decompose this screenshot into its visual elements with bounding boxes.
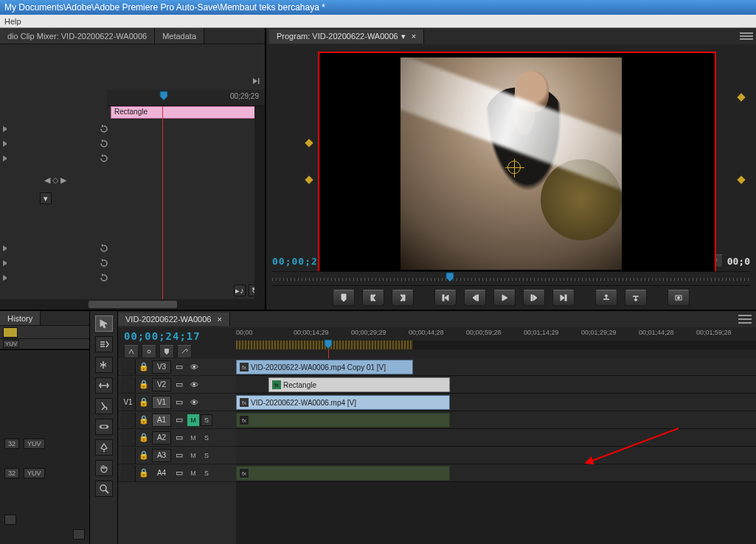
lock-icon[interactable]: 🔒	[137, 414, 150, 427]
go-to-out-button[interactable]	[552, 290, 575, 306]
slip-tool[interactable]	[95, 419, 113, 435]
toggle-output-icon[interactable]: ▭	[173, 449, 186, 462]
mute-button[interactable]: M	[187, 414, 199, 426]
export-frame-button[interactable]	[667, 290, 690, 306]
fx-badge[interactable]: fx	[240, 469, 249, 478]
effect-v-scrollbar[interactable]	[254, 106, 265, 299]
eye-icon[interactable]: 👁	[187, 378, 201, 391]
panel-menu-icon[interactable]	[740, 31, 753, 41]
track-header-v1[interactable]: V1 🔒 V1 ▭ 👁	[118, 394, 236, 411]
preset-icon[interactable]	[3, 327, 18, 338]
lock-icon[interactable]: 🔒	[137, 431, 150, 444]
track-label[interactable]: V3	[152, 360, 171, 374]
timeline-timecode[interactable]: 00;00;24;17	[124, 330, 230, 342]
playhead-jump-icon[interactable]	[252, 77, 260, 87]
go-to-in-button[interactable]	[434, 290, 457, 306]
eye-icon[interactable]: 👁	[187, 360, 201, 374]
track-header-a3[interactable]: 🔒 A3 ▭ M S	[118, 447, 236, 464]
effect-playhead-line[interactable]	[162, 106, 163, 299]
clip-v1[interactable]: fx VID-20200622-WA0006.mp4 [V]	[236, 395, 450, 410]
razor-tool[interactable]	[95, 398, 113, 414]
effect-ruler[interactable]: 00;29;29	[107, 90, 265, 106]
tab-metadata[interactable]: Metadata	[155, 28, 204, 43]
eye-icon[interactable]: 👁	[187, 396, 201, 409]
tab-program-monitor[interactable]: Program: VID-20200622-WA0006 ▾ ×	[269, 29, 424, 43]
toggle-output-icon[interactable]: ▭	[173, 360, 186, 374]
lock-icon[interactable]: 🔒	[137, 378, 150, 391]
timeline-sequence-tab[interactable]: VID-20200622-WA0006 ×	[118, 313, 230, 326]
mark-out-button[interactable]	[392, 290, 414, 306]
play-button[interactable]	[493, 290, 516, 306]
toggle-output-icon[interactable]: ▭	[173, 378, 186, 391]
twisty-icon[interactable]	[3, 275, 9, 281]
fx-badge[interactable]: fx	[272, 380, 281, 389]
keyframe-nav[interactable]: ◀ ◇ ▶	[44, 175, 66, 185]
toggle-animation-icon[interactable]: ▸♪	[234, 285, 246, 296]
track-header-a1[interactable]: 🔒 A1 ▭ M S	[118, 411, 236, 429]
lock-icon[interactable]: 🔒	[137, 467, 150, 480]
snap-toggle-button[interactable]	[124, 345, 139, 358]
lock-icon[interactable]: 🔒	[137, 449, 150, 462]
safe-margin-handle-icon[interactable]	[306, 177, 313, 184]
track-header-v2[interactable]: 🔒 V2 ▭ 👁	[118, 376, 236, 394]
toggle-output-icon[interactable]: ▭	[173, 431, 186, 444]
folder-icon[interactable]	[4, 515, 16, 525]
ripple-edit-tool[interactable]	[95, 357, 113, 373]
dropdown-button[interactable]: ▾	[40, 192, 52, 204]
toggle-output-icon[interactable]: ▭	[173, 414, 186, 427]
track-header-v3[interactable]: 🔒 V3 ▭ 👁	[118, 358, 236, 376]
reset-icon[interactable]	[99, 273, 109, 283]
mark-in-button[interactable]	[362, 290, 384, 306]
safe-margin-handle-icon[interactable]	[738, 94, 746, 102]
solo-button[interactable]: S	[201, 467, 212, 479]
track-label[interactable]: A4	[152, 467, 171, 480]
reset-icon[interactable]	[99, 243, 109, 254]
rate-stretch-tool[interactable]	[95, 377, 113, 394]
track-label[interactable]: A3	[152, 449, 171, 462]
source-patch-v1[interactable]: V1	[121, 394, 136, 411]
extract-button[interactable]	[625, 290, 647, 306]
track-label[interactable]: A1	[152, 414, 171, 427]
add-marker-button[interactable]	[159, 345, 174, 358]
twisty-icon[interactable]	[3, 245, 9, 251]
menu-help[interactable]: Help	[4, 17, 21, 26]
reset-icon[interactable]	[99, 258, 109, 268]
track-label[interactable]: V1	[152, 396, 171, 409]
program-time-ruler[interactable]	[272, 271, 750, 286]
twisty-icon[interactable]	[3, 141, 9, 147]
solo-button[interactable]: S	[201, 432, 212, 444]
step-forward-button[interactable]	[523, 290, 545, 306]
effect-clip-header[interactable]: Rectangle	[111, 106, 259, 119]
solo-button[interactable]: S	[201, 450, 212, 461]
clip-v2-rectangle[interactable]: fx Rectangle	[268, 377, 450, 392]
tab-history[interactable]: History	[0, 311, 41, 325]
track-label[interactable]: V2	[152, 378, 171, 391]
anchor-point-icon[interactable]	[507, 161, 521, 174]
solo-button[interactable]: S	[201, 414, 212, 426]
new-item-icon[interactable]	[73, 529, 85, 540]
lock-icon[interactable]: 🔒	[137, 396, 150, 409]
step-back-button[interactable]	[464, 290, 486, 306]
clip-a1[interactable]: fx	[236, 413, 450, 428]
twisty-icon[interactable]	[3, 126, 9, 132]
toggle-output-icon[interactable]: ▭	[173, 396, 186, 409]
clip-v3[interactable]: fx VID-20200622-WA0006.mp4 Copy 01 [V]	[236, 360, 413, 374]
pen-tool[interactable]	[95, 439, 113, 456]
clip-a4[interactable]: fx	[236, 466, 450, 481]
safe-margin-handle-icon[interactable]	[738, 177, 746, 184]
mute-button[interactable]: M	[187, 450, 199, 461]
fx-badge[interactable]: fx	[240, 416, 249, 425]
fx-badge[interactable]: fx	[240, 363, 249, 372]
toggle-output-icon[interactable]: ▭	[173, 467, 186, 480]
effect-playhead-icon[interactable]	[159, 91, 169, 101]
close-tab-icon[interactable]: ×	[412, 32, 416, 41]
timeline-settings-button[interactable]	[177, 345, 192, 358]
mute-button[interactable]: M	[187, 432, 199, 444]
menu-bar[interactable]: Help	[0, 15, 756, 28]
track-label[interactable]: A2	[152, 431, 171, 444]
twisty-icon[interactable]	[3, 260, 9, 266]
twisty-icon[interactable]	[3, 156, 9, 161]
dropdown-arrow-icon[interactable]: ▾	[401, 32, 406, 41]
mute-button[interactable]: M	[187, 467, 199, 479]
track-header-a4[interactable]: 🔒 A4 ▭ M S	[118, 464, 236, 482]
